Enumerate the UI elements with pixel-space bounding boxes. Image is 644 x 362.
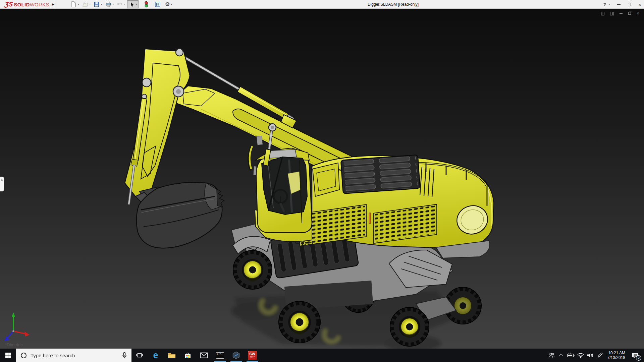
traffic-light-icon [143,1,150,8]
dropdown-arrow-icon[interactable]: ▾ [113,3,114,6]
dropdown-arrow-icon[interactable]: ▾ [101,3,102,6]
search-input[interactable] [31,353,117,358]
window-controls: ? ▾ × [603,0,641,9]
taskbar-app-mail[interactable] [196,349,212,362]
help-button[interactable]: ? [603,2,606,7]
doc-close-button[interactable]: × [637,11,639,16]
microphone-icon[interactable] [121,352,127,359]
print-icon [105,1,112,8]
edge-icon: e [153,351,158,360]
tray-date: 7/13/2018 [607,355,625,360]
new-document-button[interactable]: ▾ [69,0,80,8]
restore-button[interactable] [628,3,631,6]
system-tray: 10:21 AM 7/13/2018 2 [547,349,644,362]
apex-pin [176,49,183,56]
action-center-button[interactable]: 2 [628,349,642,362]
people-icon[interactable] [547,349,556,362]
view-orientation-label: *Dimetric [5,342,23,347]
orange-marker [369,213,371,224]
undo-icon [116,1,123,8]
excavator-model[interactable] [0,9,644,349]
taskbar-app-edge[interactable]: e [148,349,164,362]
pane-left-icon[interactable] [601,12,604,15]
task-view-button[interactable] [131,349,148,362]
undo-button[interactable]: ▾ [115,0,126,8]
open-button[interactable]: ▾ [81,0,92,8]
tray-time: 10:21 AM [607,351,625,356]
print-button[interactable]: ▾ [104,0,115,8]
mail-icon [200,352,208,358]
doc-minimize-button[interactable] [620,13,623,14]
save-button[interactable]: ▾ [92,0,103,8]
taskbar-app-store[interactable] [180,349,196,362]
wheel-rear-right[interactable] [390,307,429,346]
feature-pane-handle[interactable] [0,177,4,191]
new-document-icon [70,1,77,8]
taskbar-app-solidworks[interactable]: SW 2017 [244,349,260,362]
quick-access-toolbar: ▾ ▾ ▾ ▾ [69,0,174,9]
solidworks-logo: ƷS SOLID WORKS [0,0,50,9]
wheel-front-left[interactable] [233,250,272,289]
options-button[interactable]: ⚙ ▾ [164,0,173,8]
taskbar-clock[interactable]: 10:21 AM 7/13/2018 [605,351,628,360]
pane-right-icon[interactable] [610,12,614,15]
stick-arm[interactable] [125,49,190,196]
taskbar-search[interactable] [16,349,131,362]
windows-taskbar: e C:\_ SW [0,349,644,362]
gear-icon: ⚙ [165,1,170,8]
close-button[interactable]: × [638,2,641,7]
cortana-icon [21,353,26,358]
open-folder-icon [82,1,89,8]
bucket-teeth [217,189,224,207]
volume-icon[interactable] [586,349,595,362]
start-button[interactable] [0,349,16,362]
view-traffic-light-button[interactable] [142,0,151,8]
taskbar-app-file-explorer[interactable] [164,349,180,362]
dropdown-arrow-icon[interactable]: ▾ [78,3,79,6]
task-view-icon [136,352,143,358]
brand-solid-text: SOLID [14,2,30,7]
left-pin [142,78,151,87]
composer-hexagon-icon [232,351,240,359]
select-button[interactable]: ▾ [127,0,139,8]
graphics-viewport[interactable]: × *Dimetric [0,9,644,349]
tray-chevron-up-icon[interactable] [556,349,566,362]
help-dropdown-icon[interactable]: ▾ [609,3,610,6]
solidworks-logo-icon: ƷS [4,0,13,9]
command-prompt-icon: C:\_ [216,352,224,359]
window-title: Digger.SLDASM [Read-only] [368,0,419,9]
file-explorer-icon [168,352,176,359]
pen-icon[interactable] [595,349,605,362]
notification-badge: 2 [636,355,641,361]
display-pane-icon [154,1,161,8]
document-window-controls: × [601,11,639,16]
wheel-rear-left[interactable] [279,301,320,343]
taskbar-app-command-prompt[interactable]: C:\_ [212,349,228,362]
solidworks-2017-icon: SW 2017 [248,351,257,360]
menu-flyout-button[interactable]: ▶ [50,0,56,8]
save-icon [93,1,100,8]
dropdown-arrow-icon[interactable]: ▾ [136,3,138,6]
battery-icon[interactable] [566,349,576,362]
dropdown-arrow-icon[interactable]: ▾ [124,3,125,6]
minimize-button[interactable] [617,4,621,5]
doc-restore-button[interactable] [628,12,631,15]
wifi-icon[interactable] [576,349,586,362]
orientation-triad [4,312,30,341]
dropdown-arrow-icon[interactable]: ▾ [90,3,91,6]
select-cursor-icon [128,1,135,8]
titlebar: ƷS SOLID WORKS ▶ ▾ ▾ ▾ [0,0,644,9]
dropdown-arrow-icon[interactable]: ▾ [171,3,172,6]
taskbar-app-composer[interactable] [228,349,244,362]
windows-logo-icon [5,352,11,358]
display-pane-button[interactable] [153,0,162,8]
brand-works-text: WORKS [30,2,49,7]
store-icon [184,352,192,359]
